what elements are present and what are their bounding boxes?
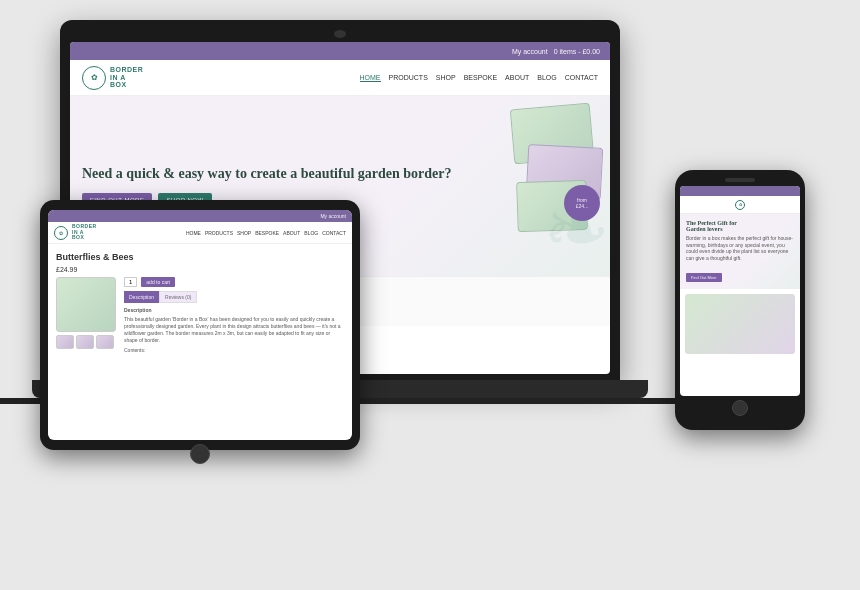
tablet-thumb-3[interactable]	[96, 335, 114, 349]
tablet-logo-text: BORDER IN A BOX	[72, 224, 97, 241]
tablet-thumbnails	[56, 335, 116, 349]
nav-shop[interactable]: SHOP	[436, 74, 456, 82]
phone-product-section	[680, 289, 800, 363]
tablet-logo: ✿ BORDER IN A BOX	[54, 224, 97, 241]
tablet-tab-reviews[interactable]: Reviews (0)	[159, 291, 197, 303]
tablet-nav-shop[interactable]: SHOP	[237, 230, 251, 236]
tablet-screen: My account ✿ BORDER IN A BOX HOME PR	[48, 210, 352, 440]
cart-link[interactable]: 0 items - £0.00	[554, 48, 600, 55]
laptop-nav: HOME PRODUCTS SHOP BESPOKE ABOUT BLOG CO…	[360, 74, 598, 82]
phone-find-out-more[interactable]: Find Out More	[686, 273, 722, 282]
tablet-nav-products[interactable]: PRODUCTS	[205, 230, 233, 236]
tablet-description-title: Description	[124, 307, 344, 314]
tablet-nav-home[interactable]: HOME	[186, 230, 201, 236]
laptop-camera	[334, 30, 346, 38]
tablet-qty-row: 1 add to cart	[124, 277, 344, 287]
tablet-contents: Contents:	[124, 347, 344, 354]
tablet-nav-bespoke[interactable]: BESPOKE	[255, 230, 279, 236]
tablet-quantity[interactable]: 1	[124, 277, 137, 287]
phone-logo-circle: ✿	[735, 200, 745, 210]
tablet-nav-blog[interactable]: BLOG	[304, 230, 318, 236]
nav-home[interactable]: HOME	[360, 74, 381, 82]
nav-contact[interactable]: CONTACT	[565, 74, 598, 82]
tablet-header: ✿ BORDER IN A BOX HOME PRODUCTS SHOP BES…	[48, 222, 352, 244]
tablet-product-images	[56, 277, 116, 354]
tablet-product-name: Butterflies & Bees	[56, 252, 344, 262]
phone-speaker	[725, 178, 755, 182]
laptop-site-header: ✿ BORDER IN A BOX HOME PRODUCTS SHOP BES…	[70, 60, 610, 96]
tablet-description-text: This beautiful garden 'Border in a Box' …	[124, 316, 344, 344]
logo-icon: ✿	[82, 66, 106, 90]
laptop-nav-top: My account 0 items - £0.00	[70, 42, 610, 60]
phone-nav-top	[680, 186, 800, 196]
scene: My account 0 items - £0.00 ✿ BORDER IN A…	[0, 0, 860, 590]
phone-device: ✿ The Perfect Gift forGarden lovers Bord…	[675, 170, 805, 430]
hero-headline: Need a quick & easy way to create a beau…	[82, 165, 452, 183]
logo-wrap: ✿ BORDER IN A BOX	[82, 66, 143, 90]
tablet-add-to-cart[interactable]: add to cart	[141, 277, 175, 287]
tablet-main-image	[56, 277, 116, 332]
tablet-device: My account ✿ BORDER IN A BOX HOME PR	[40, 200, 360, 450]
tablet-tab-description[interactable]: Description	[124, 291, 159, 303]
nav-blog[interactable]: BLOG	[537, 74, 556, 82]
account-link[interactable]: My account	[512, 48, 548, 55]
tablet-product-price: £24.99	[56, 266, 344, 273]
price-badge: from £24...	[564, 185, 600, 221]
phone-hero-text: Border in a box makes the perfect gift f…	[686, 235, 794, 261]
tablet-account: My account	[320, 213, 346, 219]
nav-products[interactable]: PRODUCTS	[389, 74, 428, 82]
phone-body: ✿ The Perfect Gift forGarden lovers Bord…	[675, 170, 805, 430]
phone-header: ✿	[680, 196, 800, 214]
tablet-home-button[interactable]	[190, 444, 210, 464]
tablet-thumb-2[interactable]	[76, 335, 94, 349]
phone-home-button[interactable]	[732, 400, 748, 416]
tablet-body: My account ✿ BORDER IN A BOX HOME PR	[40, 200, 360, 450]
tablet-nav-about[interactable]: ABOUT	[283, 230, 300, 236]
tablet-nav: HOME PRODUCTS SHOP BESPOKE ABOUT BLOG CO…	[186, 230, 346, 236]
phone-hero-title: The Perfect Gift forGarden lovers	[686, 220, 794, 232]
phone-hero-section: The Perfect Gift forGarden lovers Border…	[680, 214, 800, 289]
tablet-product-info: 1 add to cart Description Reviews (0) De…	[124, 277, 344, 354]
nav-bespoke[interactable]: BESPOKE	[464, 74, 497, 82]
tablet-tabs: Description Reviews (0)	[124, 291, 344, 303]
tablet-product-page: Butterflies & Bees £24.99	[48, 244, 352, 362]
phone-screen: ✿ The Perfect Gift forGarden lovers Bord…	[680, 186, 800, 396]
nav-about[interactable]: ABOUT	[505, 74, 529, 82]
tablet-nav-top: My account	[48, 210, 352, 222]
tablet-thumb-1[interactable]	[56, 335, 74, 349]
tablet-product-layout: 1 add to cart Description Reviews (0) De…	[56, 277, 344, 354]
tablet-logo-circle: ✿	[54, 226, 68, 240]
phone-logo: ✿	[735, 200, 745, 210]
phone-product-image	[685, 294, 795, 354]
tablet-nav-contact[interactable]: CONTACT	[322, 230, 346, 236]
logo-text: BORDER IN A BOX	[110, 66, 143, 89]
